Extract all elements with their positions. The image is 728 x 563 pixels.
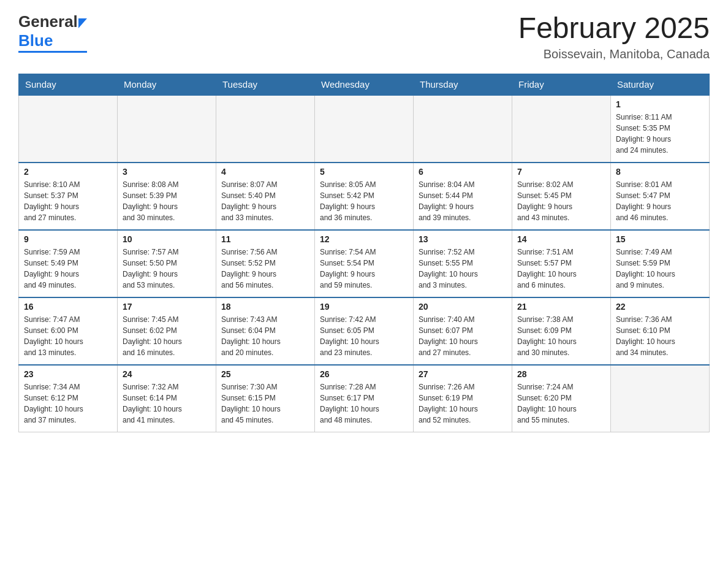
day-number: 4	[221, 167, 309, 177]
day-info: Sunrise: 7:52 AM Sunset: 5:55 PM Dayligh…	[419, 247, 507, 291]
calendar-cell: 10Sunrise: 7:57 AM Sunset: 5:50 PM Dayli…	[118, 230, 216, 297]
calendar-cell: 7Sunrise: 8:02 AM Sunset: 5:45 PM Daylig…	[512, 163, 611, 230]
day-info: Sunrise: 7:40 AM Sunset: 6:07 PM Dayligh…	[419, 314, 507, 358]
day-info: Sunrise: 7:30 AM Sunset: 6:15 PM Dayligh…	[221, 381, 309, 426]
day-number: 17	[123, 302, 211, 312]
day-number: 3	[123, 167, 211, 177]
page-title: February 2025	[518, 12, 710, 45]
calendar-cell: 25Sunrise: 7:30 AM Sunset: 6:15 PM Dayli…	[216, 365, 315, 432]
day-number: 6	[419, 167, 507, 177]
day-number: 20	[419, 302, 507, 312]
calendar-cell: 22Sunrise: 7:36 AM Sunset: 6:10 PM Dayli…	[611, 297, 710, 365]
day-info: Sunrise: 8:07 AM Sunset: 5:40 PM Dayligh…	[221, 179, 309, 223]
calendar-cell: 21Sunrise: 7:38 AM Sunset: 6:09 PM Dayli…	[512, 297, 611, 365]
calendar-week-3: 9Sunrise: 7:59 AM Sunset: 5:49 PM Daylig…	[19, 230, 710, 297]
day-info: Sunrise: 7:32 AM Sunset: 6:14 PM Dayligh…	[123, 381, 211, 426]
weekday-header-thursday: Thursday	[414, 74, 512, 95]
day-info: Sunrise: 7:56 AM Sunset: 5:52 PM Dayligh…	[221, 247, 309, 291]
logo-general-text: General	[18, 12, 78, 31]
calendar-cell: 19Sunrise: 7:42 AM Sunset: 6:05 PM Dayli…	[315, 297, 414, 365]
day-number: 7	[517, 167, 605, 177]
day-info: Sunrise: 8:11 AM Sunset: 5:35 PM Dayligh…	[616, 112, 704, 156]
day-info: Sunrise: 7:34 AM Sunset: 6:12 PM Dayligh…	[24, 381, 112, 426]
calendar-cell: 24Sunrise: 7:32 AM Sunset: 6:14 PM Dayli…	[118, 365, 216, 432]
day-number: 2	[24, 167, 112, 177]
logo-underline	[18, 51, 87, 53]
calendar-cell: 3Sunrise: 8:08 AM Sunset: 5:39 PM Daylig…	[118, 163, 216, 230]
calendar-cell	[512, 95, 611, 163]
day-number: 11	[221, 234, 309, 244]
calendar-cell: 12Sunrise: 7:54 AM Sunset: 5:54 PM Dayli…	[315, 230, 414, 297]
calendar-cell: 20Sunrise: 7:40 AM Sunset: 6:07 PM Dayli…	[414, 297, 512, 365]
day-info: Sunrise: 8:04 AM Sunset: 5:44 PM Dayligh…	[419, 179, 507, 223]
day-info: Sunrise: 7:38 AM Sunset: 6:09 PM Dayligh…	[517, 314, 605, 358]
day-info: Sunrise: 8:05 AM Sunset: 5:42 PM Dayligh…	[320, 179, 408, 223]
calendar-cell: 27Sunrise: 7:26 AM Sunset: 6:19 PM Dayli…	[414, 365, 512, 432]
day-info: Sunrise: 7:59 AM Sunset: 5:49 PM Dayligh…	[24, 247, 112, 291]
calendar-table: SundayMondayTuesdayWednesdayThursdayFrid…	[18, 74, 710, 433]
calendar-week-5: 23Sunrise: 7:34 AM Sunset: 6:12 PM Dayli…	[19, 365, 710, 432]
logo-arrow-icon	[78, 18, 87, 28]
calendar-cell: 9Sunrise: 7:59 AM Sunset: 5:49 PM Daylig…	[19, 230, 118, 297]
page-subtitle: Boissevain, Manitoba, Canada	[518, 47, 710, 61]
day-number: 22	[616, 302, 704, 312]
day-info: Sunrise: 7:54 AM Sunset: 5:54 PM Dayligh…	[320, 247, 408, 291]
calendar-week-4: 16Sunrise: 7:47 AM Sunset: 6:00 PM Dayli…	[19, 297, 710, 365]
calendar-cell: 16Sunrise: 7:47 AM Sunset: 6:00 PM Dayli…	[19, 297, 118, 365]
day-info: Sunrise: 7:24 AM Sunset: 6:20 PM Dayligh…	[517, 381, 605, 426]
calendar-cell: 17Sunrise: 7:45 AM Sunset: 6:02 PM Dayli…	[118, 297, 216, 365]
day-info: Sunrise: 8:10 AM Sunset: 5:37 PM Dayligh…	[24, 179, 112, 223]
day-info: Sunrise: 7:51 AM Sunset: 5:57 PM Dayligh…	[517, 247, 605, 291]
day-number: 26	[320, 369, 408, 379]
calendar-cell	[611, 365, 710, 432]
day-number: 13	[419, 234, 507, 244]
day-number: 27	[419, 369, 507, 379]
day-number: 12	[320, 234, 408, 244]
weekday-header-wednesday: Wednesday	[315, 74, 414, 95]
weekday-header-sunday: Sunday	[19, 74, 118, 95]
calendar-cell: 11Sunrise: 7:56 AM Sunset: 5:52 PM Dayli…	[216, 230, 315, 297]
day-number: 28	[517, 369, 605, 379]
calendar-cell: 23Sunrise: 7:34 AM Sunset: 6:12 PM Dayli…	[19, 365, 118, 432]
day-number: 25	[221, 369, 309, 379]
day-number: 18	[221, 302, 309, 312]
day-info: Sunrise: 7:47 AM Sunset: 6:00 PM Dayligh…	[24, 314, 112, 358]
calendar-cell	[414, 95, 512, 163]
day-number: 1	[616, 99, 704, 109]
calendar-cell: 1Sunrise: 8:11 AM Sunset: 5:35 PM Daylig…	[611, 95, 710, 163]
logo: General Blue	[18, 12, 87, 53]
calendar-cell: 28Sunrise: 7:24 AM Sunset: 6:20 PM Dayli…	[512, 365, 611, 432]
calendar-cell: 26Sunrise: 7:28 AM Sunset: 6:17 PM Dayli…	[315, 365, 414, 432]
day-info: Sunrise: 7:49 AM Sunset: 5:59 PM Dayligh…	[616, 247, 704, 291]
calendar-week-2: 2Sunrise: 8:10 AM Sunset: 5:37 PM Daylig…	[19, 163, 710, 230]
logo-blue-text: Blue	[18, 31, 53, 50]
day-info: Sunrise: 7:36 AM Sunset: 6:10 PM Dayligh…	[616, 314, 704, 358]
weekday-header-tuesday: Tuesday	[216, 74, 315, 95]
day-info: Sunrise: 7:42 AM Sunset: 6:05 PM Dayligh…	[320, 314, 408, 358]
day-info: Sunrise: 7:57 AM Sunset: 5:50 PM Dayligh…	[123, 247, 211, 291]
day-info: Sunrise: 7:26 AM Sunset: 6:19 PM Dayligh…	[419, 381, 507, 426]
calendar-cell: 8Sunrise: 8:01 AM Sunset: 5:47 PM Daylig…	[611, 163, 710, 230]
day-number: 10	[123, 234, 211, 244]
weekday-header-friday: Friday	[512, 74, 611, 95]
calendar-cell	[19, 95, 118, 163]
day-number: 15	[616, 234, 704, 244]
calendar-cell: 2Sunrise: 8:10 AM Sunset: 5:37 PM Daylig…	[19, 163, 118, 230]
day-info: Sunrise: 8:08 AM Sunset: 5:39 PM Dayligh…	[123, 179, 211, 223]
day-info: Sunrise: 8:01 AM Sunset: 5:47 PM Dayligh…	[616, 179, 704, 223]
day-info: Sunrise: 7:28 AM Sunset: 6:17 PM Dayligh…	[320, 381, 408, 426]
day-number: 14	[517, 234, 605, 244]
day-number: 24	[123, 369, 211, 379]
day-info: Sunrise: 8:02 AM Sunset: 5:45 PM Dayligh…	[517, 179, 605, 223]
title-area: February 2025 Boissevain, Manitoba, Cana…	[518, 12, 710, 61]
day-number: 5	[320, 167, 408, 177]
weekday-header-monday: Monday	[118, 74, 216, 95]
day-info: Sunrise: 7:43 AM Sunset: 6:04 PM Dayligh…	[221, 314, 309, 358]
calendar-cell: 14Sunrise: 7:51 AM Sunset: 5:57 PM Dayli…	[512, 230, 611, 297]
day-info: Sunrise: 7:45 AM Sunset: 6:02 PM Dayligh…	[123, 314, 211, 358]
day-number: 9	[24, 234, 112, 244]
page-header: General Blue February 2025 Boissevain, M…	[18, 12, 710, 61]
day-number: 21	[517, 302, 605, 312]
calendar-cell	[216, 95, 315, 163]
day-number: 8	[616, 167, 704, 177]
